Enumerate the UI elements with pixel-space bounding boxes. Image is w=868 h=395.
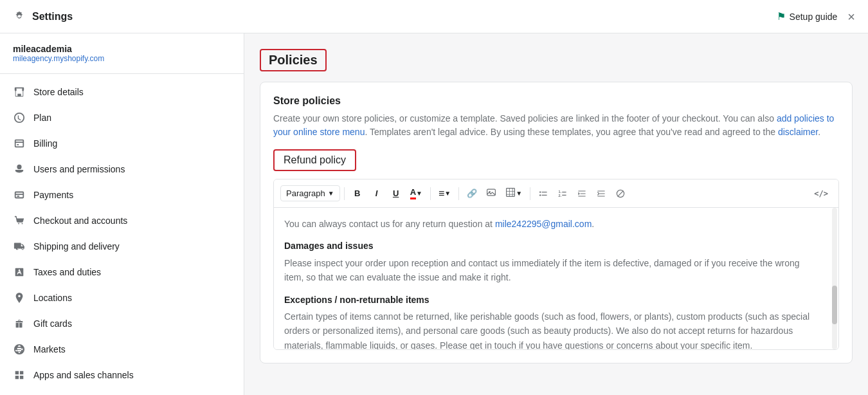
editor-toolbar: Paragraph ▼ B I U A ▼ <box>274 179 838 208</box>
setup-guide-label: Setup guide <box>790 12 838 22</box>
color-dropdown: ▼ <box>416 190 422 197</box>
sidebar-item-store-details[interactable]: Store details <box>0 79 244 105</box>
sidebar-item-domains[interactable]: Domains <box>0 388 244 395</box>
close-button[interactable]: × <box>847 10 855 23</box>
italic-button[interactable]: I <box>368 186 386 201</box>
para1-end: . <box>592 219 594 229</box>
policies-title: Policies <box>269 53 318 67</box>
paragraph-label: Paragraph <box>286 188 325 198</box>
indent-button[interactable] <box>592 186 610 201</box>
sidebar-item-locations[interactable]: Locations <box>0 285 244 311</box>
scrollbar-thumb[interactable] <box>832 286 837 324</box>
checkout-icon <box>13 214 26 227</box>
svg-line-22 <box>618 190 624 196</box>
flag-icon: ⚑ <box>777 10 786 23</box>
exceptions-text: Certain types of items cannot be returne… <box>284 309 818 349</box>
svg-rect-2 <box>507 188 515 197</box>
block-button[interactable] <box>611 186 629 201</box>
section-exceptions: Exceptions / non-returnable items Certai… <box>284 293 818 349</box>
sidebar-item-label: Users and permissions <box>33 164 125 174</box>
refund-policy-section: Refund policy Paragraph ▼ B I <box>273 149 839 350</box>
damages-text: Please inspect your order upon reception… <box>284 256 818 285</box>
underline-button[interactable]: U <box>387 186 405 201</box>
store-url[interactable]: mileagency.myshopify.com <box>13 54 231 63</box>
ordered-list-icon: 1.2. <box>557 188 568 199</box>
sidebar-item-payments[interactable]: Payments <box>0 182 244 208</box>
svg-point-7 <box>539 191 541 192</box>
content-area: Policies Store policies Create your own … <box>244 33 868 395</box>
table-button[interactable]: ▼ <box>502 185 526 202</box>
toolbar-divider-3 <box>458 187 459 200</box>
outdent-button[interactable] <box>573 186 591 201</box>
align-dropdown: ▼ <box>444 190 451 197</box>
sidebar-item-label: Apps and sales channels <box>33 370 134 380</box>
page-title-box: Policies <box>260 49 327 71</box>
plan-icon <box>13 111 26 124</box>
code-button[interactable]: </> <box>810 187 832 201</box>
svg-rect-0 <box>487 189 496 196</box>
svg-text:2.: 2. <box>559 193 562 197</box>
page-title: Settings <box>32 11 73 23</box>
bullet-list-button[interactable] <box>534 186 552 201</box>
bold-button[interactable]: B <box>348 186 366 201</box>
align-button[interactable]: ≡ ▼ <box>435 185 455 202</box>
image-icon <box>486 187 496 199</box>
sidebar-item-checkout[interactable]: Checkout and accounts <box>0 208 244 234</box>
image-button[interactable] <box>482 185 500 202</box>
sidebar-item-markets[interactable]: Markets <box>0 336 244 362</box>
table-icon <box>505 187 516 199</box>
sidebar-item-billing[interactable]: Billing <box>0 131 244 156</box>
payments-icon <box>13 188 26 201</box>
link-button[interactable]: 🔗 <box>463 186 481 201</box>
scrollbar-track <box>832 208 837 349</box>
sidebar-item-label: Plan <box>33 113 51 123</box>
sidebar-item-gift-cards[interactable]: Gift cards <box>0 311 244 336</box>
desc-text-2: . Templates aren't legal advice. By usin… <box>365 127 778 137</box>
user-icon <box>13 163 26 176</box>
top-bar-right: ⚑ Setup guide × <box>777 10 855 23</box>
section-damages: Damages and issues Please inspect your o… <box>284 239 818 284</box>
desc-text-3: . <box>818 127 820 137</box>
location-icon <box>13 291 26 304</box>
main-layout: mileacademia mileagency.myshopify.com St… <box>0 33 868 395</box>
sidebar-item-taxes[interactable]: Taxes and duties <box>0 259 244 285</box>
paragraph-select[interactable]: Paragraph ▼ <box>280 185 340 201</box>
disclaimer-link[interactable]: disclaimer <box>778 127 818 137</box>
link-icon: 🔗 <box>467 188 477 198</box>
sidebar-item-users[interactable]: Users and permissions <box>0 156 244 182</box>
sidebar-item-label: Taxes and duties <box>33 267 101 277</box>
rich-text-editor: Paragraph ▼ B I U A ▼ <box>273 179 839 350</box>
color-button[interactable]: A ▼ <box>406 185 426 202</box>
table-dropdown: ▼ <box>516 190 522 197</box>
refund-policy-title-box: Refund policy <box>273 149 356 171</box>
sidebar-item-plan[interactable]: Plan <box>0 105 244 131</box>
sidebar-item-apps[interactable]: Apps and sales channels <box>0 362 244 388</box>
sidebar-item-label: Gift cards <box>33 318 72 329</box>
shipping-icon <box>13 240 26 253</box>
indent-icon <box>596 188 606 199</box>
align-icon: ≡ <box>439 188 444 199</box>
taxes-icon <box>13 266 26 279</box>
toolbar-divider-4 <box>530 187 530 200</box>
exceptions-title: Exceptions / non-returnable items <box>284 293 818 307</box>
svg-point-8 <box>539 194 541 196</box>
sidebar: mileacademia mileagency.myshopify.com St… <box>0 33 244 395</box>
ordered-list-button[interactable]: 1.2. <box>554 186 572 201</box>
sidebar-item-label: Markets <box>33 344 66 354</box>
markets-icon <box>13 343 26 356</box>
top-bar: Settings ⚑ Setup guide × <box>0 0 868 33</box>
setup-guide-button[interactable]: ⚑ Setup guide <box>777 10 838 23</box>
dropdown-arrow: ▼ <box>328 190 334 197</box>
bullet-list-icon <box>538 188 548 199</box>
apps-icon <box>13 369 26 381</box>
store-policies-desc: Create your own store policies, or custo… <box>273 112 839 139</box>
sidebar-item-shipping[interactable]: Shipping and delivery <box>0 234 244 259</box>
store-policies-card: Store policies Create your own store pol… <box>260 82 853 363</box>
contact-email-link[interactable]: mile242295@gmail.com <box>495 219 592 229</box>
store-name: mileacademia <box>13 44 231 54</box>
editor-content-area[interactable]: You can always contact us for any return… <box>274 208 838 349</box>
gift-icon <box>13 317 26 330</box>
sidebar-item-label: Billing <box>33 138 57 149</box>
sidebar-nav: Store details Plan Billing <box>0 74 244 395</box>
settings-icon <box>13 10 26 23</box>
